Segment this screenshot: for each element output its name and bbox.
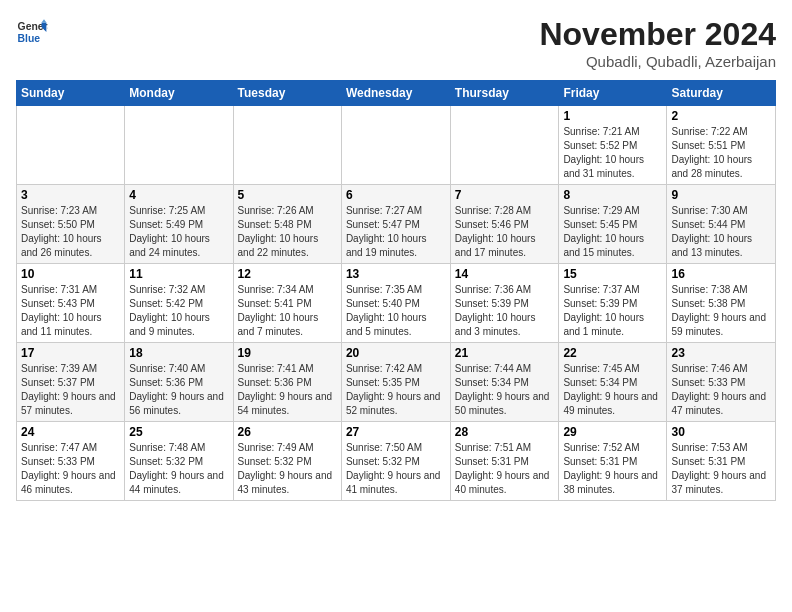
weekday-header-row: SundayMondayTuesdayWednesdayThursdayFrid…	[17, 81, 776, 106]
day-number: 28	[455, 425, 555, 439]
calendar-cell: 8Sunrise: 7:29 AMSunset: 5:45 PMDaylight…	[559, 185, 667, 264]
calendar-cell: 3Sunrise: 7:23 AMSunset: 5:50 PMDaylight…	[17, 185, 125, 264]
day-number: 5	[238, 188, 337, 202]
day-number: 7	[455, 188, 555, 202]
day-info: Sunrise: 7:26 AMSunset: 5:48 PMDaylight:…	[238, 204, 337, 260]
day-info: Sunrise: 7:51 AMSunset: 5:31 PMDaylight:…	[455, 441, 555, 497]
day-info: Sunrise: 7:41 AMSunset: 5:36 PMDaylight:…	[238, 362, 337, 418]
day-info: Sunrise: 7:42 AMSunset: 5:35 PMDaylight:…	[346, 362, 446, 418]
calendar-week-row: 3Sunrise: 7:23 AMSunset: 5:50 PMDaylight…	[17, 185, 776, 264]
page-header: General Blue November 2024 Qubadli, Quba…	[16, 16, 776, 70]
calendar-cell: 27Sunrise: 7:50 AMSunset: 5:32 PMDayligh…	[341, 422, 450, 501]
calendar-cell: 30Sunrise: 7:53 AMSunset: 5:31 PMDayligh…	[667, 422, 776, 501]
calendar-cell: 16Sunrise: 7:38 AMSunset: 5:38 PMDayligh…	[667, 264, 776, 343]
calendar-week-row: 24Sunrise: 7:47 AMSunset: 5:33 PMDayligh…	[17, 422, 776, 501]
month-year-title: November 2024	[539, 16, 776, 53]
day-number: 16	[671, 267, 771, 281]
day-number: 11	[129, 267, 228, 281]
day-number: 26	[238, 425, 337, 439]
day-info: Sunrise: 7:38 AMSunset: 5:38 PMDaylight:…	[671, 283, 771, 339]
calendar-cell: 12Sunrise: 7:34 AMSunset: 5:41 PMDayligh…	[233, 264, 341, 343]
calendar-cell: 25Sunrise: 7:48 AMSunset: 5:32 PMDayligh…	[125, 422, 233, 501]
day-number: 30	[671, 425, 771, 439]
calendar-cell: 24Sunrise: 7:47 AMSunset: 5:33 PMDayligh…	[17, 422, 125, 501]
day-info: Sunrise: 7:53 AMSunset: 5:31 PMDaylight:…	[671, 441, 771, 497]
weekday-header-tuesday: Tuesday	[233, 81, 341, 106]
calendar-week-row: 1Sunrise: 7:21 AMSunset: 5:52 PMDaylight…	[17, 106, 776, 185]
calendar-cell: 13Sunrise: 7:35 AMSunset: 5:40 PMDayligh…	[341, 264, 450, 343]
calendar-cell: 17Sunrise: 7:39 AMSunset: 5:37 PMDayligh…	[17, 343, 125, 422]
calendar-cell: 22Sunrise: 7:45 AMSunset: 5:34 PMDayligh…	[559, 343, 667, 422]
logo: General Blue	[16, 16, 48, 48]
day-number: 21	[455, 346, 555, 360]
calendar-cell: 10Sunrise: 7:31 AMSunset: 5:43 PMDayligh…	[17, 264, 125, 343]
day-number: 14	[455, 267, 555, 281]
calendar-cell	[125, 106, 233, 185]
calendar-cell	[341, 106, 450, 185]
calendar-cell: 14Sunrise: 7:36 AMSunset: 5:39 PMDayligh…	[450, 264, 559, 343]
day-info: Sunrise: 7:45 AMSunset: 5:34 PMDaylight:…	[563, 362, 662, 418]
weekday-header-thursday: Thursday	[450, 81, 559, 106]
day-info: Sunrise: 7:22 AMSunset: 5:51 PMDaylight:…	[671, 125, 771, 181]
day-number: 19	[238, 346, 337, 360]
day-number: 20	[346, 346, 446, 360]
calendar-cell: 9Sunrise: 7:30 AMSunset: 5:44 PMDaylight…	[667, 185, 776, 264]
day-info: Sunrise: 7:32 AMSunset: 5:42 PMDaylight:…	[129, 283, 228, 339]
calendar-cell: 28Sunrise: 7:51 AMSunset: 5:31 PMDayligh…	[450, 422, 559, 501]
day-number: 25	[129, 425, 228, 439]
day-info: Sunrise: 7:35 AMSunset: 5:40 PMDaylight:…	[346, 283, 446, 339]
weekday-header-friday: Friday	[559, 81, 667, 106]
day-info: Sunrise: 7:21 AMSunset: 5:52 PMDaylight:…	[563, 125, 662, 181]
day-info: Sunrise: 7:44 AMSunset: 5:34 PMDaylight:…	[455, 362, 555, 418]
weekday-header-saturday: Saturday	[667, 81, 776, 106]
weekday-header-sunday: Sunday	[17, 81, 125, 106]
day-info: Sunrise: 7:30 AMSunset: 5:44 PMDaylight:…	[671, 204, 771, 260]
title-section: November 2024 Qubadli, Qubadli, Azerbaij…	[539, 16, 776, 70]
calendar-cell	[233, 106, 341, 185]
day-number: 2	[671, 109, 771, 123]
day-number: 15	[563, 267, 662, 281]
day-number: 24	[21, 425, 120, 439]
calendar-week-row: 10Sunrise: 7:31 AMSunset: 5:43 PMDayligh…	[17, 264, 776, 343]
day-number: 12	[238, 267, 337, 281]
day-info: Sunrise: 7:23 AMSunset: 5:50 PMDaylight:…	[21, 204, 120, 260]
calendar-cell: 20Sunrise: 7:42 AMSunset: 5:35 PMDayligh…	[341, 343, 450, 422]
day-info: Sunrise: 7:28 AMSunset: 5:46 PMDaylight:…	[455, 204, 555, 260]
calendar-cell: 23Sunrise: 7:46 AMSunset: 5:33 PMDayligh…	[667, 343, 776, 422]
day-info: Sunrise: 7:46 AMSunset: 5:33 PMDaylight:…	[671, 362, 771, 418]
day-number: 8	[563, 188, 662, 202]
calendar-table: SundayMondayTuesdayWednesdayThursdayFrid…	[16, 80, 776, 501]
calendar-cell: 26Sunrise: 7:49 AMSunset: 5:32 PMDayligh…	[233, 422, 341, 501]
day-info: Sunrise: 7:27 AMSunset: 5:47 PMDaylight:…	[346, 204, 446, 260]
weekday-header-wednesday: Wednesday	[341, 81, 450, 106]
day-number: 6	[346, 188, 446, 202]
calendar-cell: 5Sunrise: 7:26 AMSunset: 5:48 PMDaylight…	[233, 185, 341, 264]
calendar-cell: 4Sunrise: 7:25 AMSunset: 5:49 PMDaylight…	[125, 185, 233, 264]
day-number: 23	[671, 346, 771, 360]
day-number: 4	[129, 188, 228, 202]
calendar-cell: 19Sunrise: 7:41 AMSunset: 5:36 PMDayligh…	[233, 343, 341, 422]
calendar-cell: 11Sunrise: 7:32 AMSunset: 5:42 PMDayligh…	[125, 264, 233, 343]
day-info: Sunrise: 7:52 AMSunset: 5:31 PMDaylight:…	[563, 441, 662, 497]
calendar-cell: 18Sunrise: 7:40 AMSunset: 5:36 PMDayligh…	[125, 343, 233, 422]
day-number: 22	[563, 346, 662, 360]
calendar-cell: 29Sunrise: 7:52 AMSunset: 5:31 PMDayligh…	[559, 422, 667, 501]
day-number: 3	[21, 188, 120, 202]
calendar-cell: 7Sunrise: 7:28 AMSunset: 5:46 PMDaylight…	[450, 185, 559, 264]
day-number: 27	[346, 425, 446, 439]
location-subtitle: Qubadli, Qubadli, Azerbaijan	[539, 53, 776, 70]
svg-text:Blue: Blue	[18, 33, 41, 44]
day-info: Sunrise: 7:34 AMSunset: 5:41 PMDaylight:…	[238, 283, 337, 339]
day-number: 17	[21, 346, 120, 360]
day-number: 1	[563, 109, 662, 123]
day-info: Sunrise: 7:49 AMSunset: 5:32 PMDaylight:…	[238, 441, 337, 497]
calendar-cell: 21Sunrise: 7:44 AMSunset: 5:34 PMDayligh…	[450, 343, 559, 422]
day-info: Sunrise: 7:47 AMSunset: 5:33 PMDaylight:…	[21, 441, 120, 497]
calendar-cell: 15Sunrise: 7:37 AMSunset: 5:39 PMDayligh…	[559, 264, 667, 343]
day-info: Sunrise: 7:48 AMSunset: 5:32 PMDaylight:…	[129, 441, 228, 497]
day-info: Sunrise: 7:25 AMSunset: 5:49 PMDaylight:…	[129, 204, 228, 260]
day-info: Sunrise: 7:40 AMSunset: 5:36 PMDaylight:…	[129, 362, 228, 418]
day-number: 18	[129, 346, 228, 360]
calendar-cell: 6Sunrise: 7:27 AMSunset: 5:47 PMDaylight…	[341, 185, 450, 264]
day-number: 10	[21, 267, 120, 281]
